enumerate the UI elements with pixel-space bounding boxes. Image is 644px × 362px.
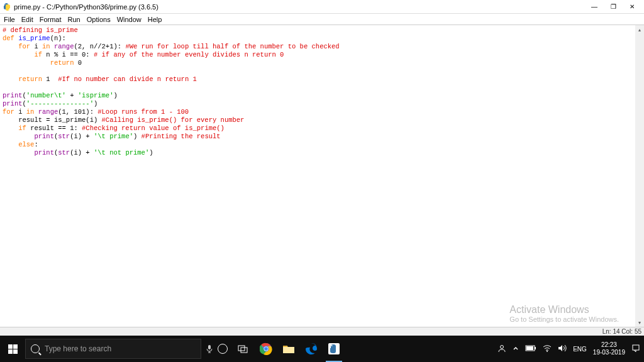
- pinned-apps: [233, 336, 345, 362]
- code-token: [3, 43, 18, 50]
- menu-edit[interactable]: Edit: [21, 16, 33, 23]
- svg-rect-15: [526, 346, 533, 350]
- code-token: [3, 124, 18, 132]
- code-token: range: [50, 43, 74, 50]
- code-token: (i) +: [70, 133, 94, 140]
- close-button[interactable]: ✕: [623, 0, 641, 14]
- battery-icon[interactable]: [525, 345, 536, 353]
- code-token: [3, 116, 18, 124]
- title-bar: prime.py - C:/Python/Python36/prime.py (…: [0, 0, 644, 14]
- code-token: [3, 59, 50, 67]
- code-token: [3, 149, 34, 156]
- code-token: #Checking return value of is_prime(): [82, 124, 225, 132]
- activate-windows-watermark: Activate Windows Go to Settings to activ…: [509, 304, 619, 323]
- task-view-icon[interactable]: [233, 336, 254, 362]
- code-token: +: [66, 92, 78, 99]
- code-token: range: [34, 108, 58, 116]
- search-icon: [31, 344, 40, 353]
- code-token: [3, 133, 34, 140]
- code-token: (1, 101):: [58, 108, 97, 116]
- idle-app-icon[interactable]: [323, 336, 345, 362]
- watermark-subtitle: Go to Settings to activate Windows.: [509, 315, 619, 323]
- language-indicator[interactable]: ENG: [573, 346, 587, 353]
- code-token: :: [34, 141, 38, 148]
- edge-icon[interactable]: [301, 336, 322, 362]
- code-token: 1: [42, 75, 58, 83]
- code-token: return: [18, 75, 42, 83]
- scroll-down-icon[interactable]: ▾: [635, 318, 644, 327]
- code-token: print: [34, 133, 54, 140]
- maximize-button[interactable]: ❐: [604, 0, 623, 14]
- svg-point-0: [4, 3, 5, 4]
- code-token: n % i == 0:: [42, 51, 94, 58]
- cortana-icon[interactable]: [218, 344, 228, 354]
- code-token: #Calling is_prime() for every number: [102, 116, 245, 124]
- date-text: 19-03-2019: [593, 349, 625, 356]
- code-token: (i) +: [70, 149, 94, 156]
- menu-run[interactable]: Run: [68, 16, 80, 23]
- code-token: for: [18, 43, 30, 50]
- code-token: def: [3, 35, 18, 42]
- code-token: in: [26, 108, 35, 116]
- code-token: # if any of the number evenly divides n …: [94, 51, 284, 58]
- scroll-up-icon[interactable]: ▴: [635, 25, 644, 34]
- svg-rect-14: [535, 347, 536, 349]
- code-token: #We run for loop till half of the number…: [125, 43, 339, 50]
- menu-format[interactable]: Format: [40, 16, 62, 23]
- people-icon[interactable]: [497, 344, 506, 354]
- start-button[interactable]: [0, 336, 25, 362]
- system-tray: ENG 22:23 19-03-2019: [494, 341, 644, 356]
- file-explorer-icon[interactable]: [278, 336, 299, 362]
- watermark-title: Activate Windows: [509, 304, 619, 315]
- svg-rect-3: [238, 346, 245, 351]
- svg-rect-2: [208, 345, 211, 349]
- microphone-icon[interactable]: [205, 343, 214, 354]
- code-token: (n):: [50, 35, 66, 42]
- code-token: print: [3, 92, 23, 99]
- notification-icon[interactable]: [631, 344, 640, 354]
- code-token: if: [34, 51, 42, 58]
- code-token: [3, 141, 18, 148]
- menu-bar: File Edit Format Run Options Window Help: [0, 14, 644, 25]
- tray-chevron-up-icon[interactable]: [513, 345, 519, 353]
- menu-options[interactable]: Options: [87, 16, 111, 23]
- code-token: 'number\t': [26, 92, 66, 99]
- menu-window[interactable]: Window: [117, 16, 142, 23]
- svg-point-1: [8, 9, 9, 9]
- wifi-icon[interactable]: [543, 344, 552, 353]
- code-token: '\t prime': [94, 133, 133, 140]
- code-editor[interactable]: # defining is_prime def is_prime(n): for…: [0, 25, 644, 327]
- code-token: ): [113, 92, 117, 99]
- chrome-icon[interactable]: [255, 336, 277, 362]
- svg-point-7: [264, 347, 268, 351]
- code-token: i: [30, 43, 42, 50]
- minimize-button[interactable]: —: [585, 0, 604, 14]
- code-token: result == 1:: [26, 124, 82, 132]
- code-token: 0: [74, 59, 82, 67]
- clock[interactable]: 22:23 19-03-2019: [593, 341, 625, 356]
- volume-icon[interactable]: [558, 344, 567, 353]
- code-token: ): [149, 149, 153, 156]
- code-token: str: [58, 133, 70, 140]
- code-token: #Printing the result: [142, 133, 221, 140]
- menu-file[interactable]: File: [4, 16, 15, 23]
- vertical-scrollbar[interactable]: ▴ ▾: [635, 25, 644, 327]
- svg-rect-17: [633, 345, 639, 350]
- time-text: 22:23: [593, 341, 625, 349]
- search-placeholder: Type here to search: [45, 344, 111, 353]
- window-controls: — ❐ ✕: [585, 0, 641, 14]
- code-token: [3, 75, 18, 83]
- svg-rect-8: [283, 347, 294, 353]
- code-token: if: [18, 124, 26, 132]
- status-bar: Ln: 14 Col: 55: [0, 327, 644, 336]
- code-token: return: [50, 59, 74, 67]
- menu-help[interactable]: Help: [148, 16, 162, 23]
- code-token: '\t not prime': [94, 149, 149, 156]
- code-token: else: [18, 141, 34, 148]
- code-token: result = is_prime(i): [18, 116, 101, 124]
- code-token: print: [34, 149, 54, 156]
- code-token: in: [42, 43, 50, 50]
- search-box[interactable]: Type here to search: [25, 339, 201, 359]
- code-token: ): [94, 100, 97, 107]
- svg-point-16: [547, 351, 548, 352]
